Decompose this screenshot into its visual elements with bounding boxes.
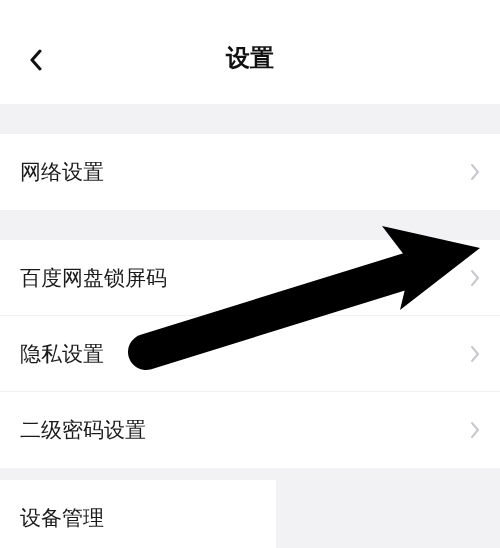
section-gap: [0, 468, 500, 480]
row-network-settings[interactable]: 网络设置: [0, 134, 500, 210]
back-button[interactable]: [22, 46, 50, 74]
chevron-right-icon: [470, 269, 480, 287]
row-label: 隐私设置: [20, 340, 104, 368]
row-secondary-password[interactable]: 二级密码设置: [0, 392, 500, 468]
section-device: 设备管理: [0, 480, 276, 548]
row-lockscreen-code[interactable]: 百度网盘锁屏码: [0, 240, 500, 316]
row-device-management[interactable]: 设备管理: [0, 480, 276, 548]
page-title: 设置: [0, 42, 500, 74]
section-gap: [0, 104, 500, 134]
chevron-left-icon: [29, 49, 43, 71]
chevron-right-icon: [470, 163, 480, 181]
row-label: 二级密码设置: [20, 416, 146, 444]
header: 设置: [0, 0, 500, 104]
chevron-right-icon: [470, 345, 480, 363]
row-privacy-settings[interactable]: 隐私设置: [0, 316, 500, 392]
section-network: 网络设置: [0, 134, 500, 210]
row-label: 设备管理: [20, 504, 104, 532]
row-label: 网络设置: [20, 158, 104, 186]
section-gap: [0, 210, 500, 240]
section-security: 百度网盘锁屏码 隐私设置 二级密码设置: [0, 240, 500, 468]
row-label: 百度网盘锁屏码: [20, 264, 167, 292]
chevron-right-icon: [470, 421, 480, 439]
